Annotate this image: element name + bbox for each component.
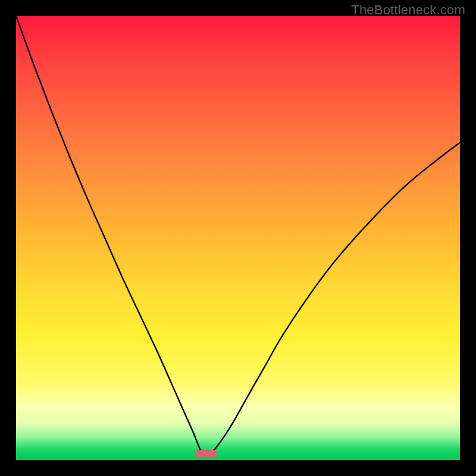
- bottleneck-curve: [16, 16, 460, 460]
- chart-frame: TheBottleneck.com: [0, 0, 476, 476]
- plot-area: [16, 16, 460, 460]
- optimal-range-marker: [195, 450, 218, 458]
